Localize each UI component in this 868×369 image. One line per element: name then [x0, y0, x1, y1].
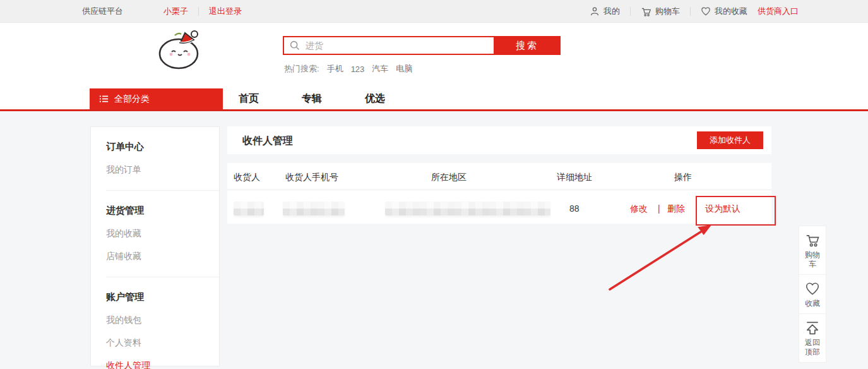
sidebar: 订单中心 我的订单 进货管理 我的收藏 店铺收藏 账户管理 我的钱包 个人资料 …: [90, 126, 220, 366]
column-header-consignee: 收货人: [234, 172, 260, 183]
cart-icon: [805, 233, 820, 248]
main-nav: 全部分类 首页 专辑 优选: [0, 88, 868, 109]
search-icon: [289, 40, 300, 51]
site-header: 搜索 热门搜索: 手机 123 汽车 电脑: [0, 23, 868, 88]
sidebar-item-recipient-management[interactable]: 收件人管理: [106, 360, 219, 369]
column-header-operation: 操作: [674, 172, 692, 183]
my-account-label: 我的: [603, 6, 620, 17]
my-favorites-label: 我的收藏: [715, 6, 747, 17]
topbar-divider: [630, 7, 631, 16]
sidebar-item-shop-favorites[interactable]: 店铺收藏: [106, 251, 219, 262]
my-account-link[interactable]: 我的: [590, 6, 620, 17]
add-recipient-button[interactable]: 添加收件人: [697, 131, 763, 149]
sidebar-divider: [106, 190, 219, 191]
floating-favorites-button[interactable]: 收藏: [799, 275, 826, 314]
hot-keyword[interactable]: 手机: [327, 63, 343, 75]
page-title: 收件人管理: [242, 135, 293, 148]
site-logo: [155, 28, 206, 72]
brand-label: 供应链平台: [82, 6, 123, 17]
nav-item-albums[interactable]: 专辑: [302, 92, 322, 106]
sidebar-divider: [106, 277, 219, 277]
redacted-consignee-name: [234, 202, 264, 215]
topbar: 供应链平台 小栗子 退出登录 我的 购物车 我的收藏 供货商入口: [0, 0, 868, 23]
supplier-entry-link[interactable]: 供货商入口: [758, 6, 799, 17]
redacted-phone-number: [283, 202, 345, 215]
category-list-icon: [99, 94, 109, 104]
topbar-left: 供应链平台 小栗子 退出登录: [82, 0, 242, 23]
search-button[interactable]: 搜索: [494, 36, 561, 55]
hot-keyword[interactable]: 123: [351, 64, 365, 74]
search-input[interactable]: [283, 36, 494, 55]
floating-cart-button[interactable]: 购物车: [799, 226, 826, 275]
floating-favorites-label: 收藏: [804, 299, 821, 308]
nav-item-home[interactable]: 首页: [239, 92, 259, 106]
sidebar-item-my-wallet[interactable]: 我的钱包: [106, 315, 219, 326]
column-header-address: 详细地址: [557, 172, 592, 183]
topbar-right: 我的 购物车 我的收藏 供货商入口: [590, 0, 799, 23]
delete-link[interactable]: 删除: [667, 202, 685, 215]
recipient-table: 收货人 收货人手机号 所在地区 详细地址 操作 88 修改 | 删除 设为默认: [227, 163, 771, 224]
search-bar: 搜索: [283, 36, 561, 55]
sidebar-item-my-favorites[interactable]: 我的收藏: [106, 228, 219, 239]
table-header-divider: [227, 190, 771, 190]
edit-link[interactable]: 修改: [630, 202, 648, 215]
main-titlebar: 收件人管理 添加收件人: [227, 126, 771, 154]
all-categories-label: 全部分类: [114, 94, 150, 105]
user-icon: [590, 6, 600, 16]
back-to-top-button[interactable]: 返回顶部: [799, 314, 826, 362]
hot-search-label: 热门搜索:: [284, 63, 319, 75]
heart-icon: [805, 281, 820, 296]
topbar-divider: [690, 7, 691, 16]
nav-item-preferred[interactable]: 优选: [365, 92, 385, 106]
redacted-region: [385, 202, 550, 215]
topbar-divider: [198, 7, 199, 16]
sidebar-item-profile[interactable]: 个人资料: [106, 337, 219, 349]
sidebar-group-order-center: 订单中心: [106, 141, 219, 153]
set-default-link[interactable]: 设为默认: [705, 202, 740, 215]
floating-sidebar: 购物车 收藏 返回顶部: [799, 226, 826, 363]
my-favorites-link[interactable]: 我的收藏: [701, 6, 747, 17]
nav-items: 首页 专辑 优选: [239, 88, 385, 109]
cart-link[interactable]: 购物车: [641, 6, 680, 17]
back-to-top-label: 返回顶部: [804, 338, 821, 357]
cart-icon: [641, 6, 651, 17]
column-header-phone: 收货人手机号: [285, 172, 338, 183]
hot-search-line: 热门搜索: 手机 123 汽车 电脑: [284, 63, 412, 75]
back-to-top-icon: [805, 320, 820, 336]
logout-link[interactable]: 退出登录: [209, 6, 242, 17]
username-link[interactable]: 小栗子: [163, 6, 188, 17]
sidebar-group-account-management: 账户管理: [106, 291, 219, 303]
floating-cart-label: 购物车: [804, 250, 821, 269]
sidebar-group-purchase-management: 进货管理: [106, 205, 219, 217]
all-categories-button[interactable]: 全部分类: [90, 88, 223, 109]
heart-icon: [701, 6, 711, 16]
column-header-region: 所在地区: [431, 172, 467, 183]
action-separator: |: [658, 202, 660, 215]
sidebar-item-my-orders[interactable]: 我的订单: [106, 164, 219, 176]
cart-label: 购物车: [655, 6, 680, 17]
address-cell: 88: [569, 202, 580, 215]
hot-keyword[interactable]: 汽车: [372, 63, 388, 75]
hot-keyword[interactable]: 电脑: [396, 63, 412, 75]
